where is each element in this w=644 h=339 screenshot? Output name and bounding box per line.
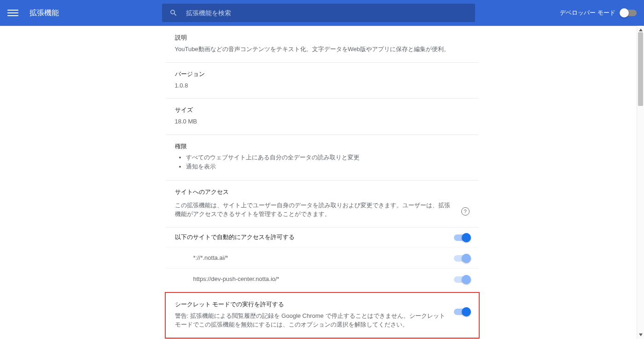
auto-allow-section: 以下のサイトで自動的にアクセスを許可する *://*.notta.ai/* ht… bbox=[166, 228, 479, 292]
app-header: 拡張機能 デベロッパー モード bbox=[0, 0, 644, 26]
search-container bbox=[162, 4, 475, 22]
scrollbar-thumb[interactable] bbox=[638, 32, 643, 106]
size-section: サイズ 18.0 MB bbox=[166, 99, 479, 135]
dev-mode-label: デベロッパー モード bbox=[560, 9, 615, 17]
site-access-label: サイトへのアクセス bbox=[175, 188, 470, 196]
site-toggle[interactable] bbox=[454, 255, 470, 262]
incognito-highlight: シークレット モードでの実行を許可する 警告: 拡張機能による閲覧履歴の記録を … bbox=[165, 292, 480, 339]
page-title: 拡張機能 bbox=[29, 8, 59, 18]
incognito-body: 警告: 拡張機能による閲覧履歴の記録を Google Chrome で停止するこ… bbox=[175, 311, 447, 329]
site-pattern: https://dev-push-center.notta.io/* bbox=[193, 275, 279, 282]
permissions-section: 権限 すべてのウェブサイト上にある自分の全データの読み取りと変更 通知を表示 bbox=[166, 135, 479, 181]
scroll-up-icon[interactable] bbox=[639, 28, 643, 31]
search-box[interactable] bbox=[162, 4, 475, 22]
search-icon bbox=[169, 9, 178, 17]
permission-item: すべてのウェブサイト上にある自分の全データの読み取りと変更 bbox=[186, 153, 470, 162]
site-toggle[interactable] bbox=[454, 276, 470, 283]
site-access-section: サイトへのアクセス この拡張機能は、サイト上でユーザー自身のデータを読み取りおよ… bbox=[166, 181, 479, 228]
auto-allow-label: 以下のサイトで自動的にアクセスを許可する bbox=[175, 233, 295, 241]
site-row: https://dev-push-center.notta.io/* bbox=[166, 268, 479, 292]
description-section: 説明 YouTube動画などの音声コンテンツをテキスト化。文字データをWeb版や… bbox=[166, 26, 479, 63]
incognito-section: シークレット モードでの実行を許可する 警告: 拡張機能による閲覧履歴の記録を … bbox=[166, 293, 479, 338]
main-content: 説明 YouTube動画などの音声コンテンツをテキスト化。文字データをWeb版や… bbox=[0, 26, 644, 339]
size-value: 18.0 MB bbox=[175, 117, 470, 126]
auto-allow-row: 以下のサイトで自動的にアクセスを許可する bbox=[166, 228, 479, 247]
site-access-body: この拡張機能は、サイト上でユーザー自身のデータを読み取りおよび変更できます。ユー… bbox=[175, 201, 454, 219]
description-label: 説明 bbox=[175, 34, 470, 42]
incognito-label: シークレット モードでの実行を許可する bbox=[175, 300, 447, 309]
permission-item: 通知を表示 bbox=[186, 163, 470, 171]
description-body: YouTube動画などの音声コンテンツをテキスト化。文字データをWeb版やアプリ… bbox=[175, 45, 470, 54]
help-icon[interactable]: ? bbox=[461, 207, 470, 216]
version-section: バージョン 1.0.8 bbox=[166, 63, 479, 99]
scroll-down-icon[interactable] bbox=[639, 333, 643, 337]
hamburger-menu-icon[interactable] bbox=[7, 7, 18, 18]
extension-detail-card: 説明 YouTube動画などの音声コンテンツをテキスト化。文字データをWeb版や… bbox=[166, 26, 479, 339]
auto-allow-toggle[interactable] bbox=[454, 234, 470, 241]
permissions-list: すべてのウェブサイト上にある自分の全データの読み取りと変更 通知を表示 bbox=[175, 153, 470, 171]
search-input[interactable] bbox=[186, 9, 468, 17]
size-label: サイズ bbox=[175, 106, 470, 114]
incognito-toggle[interactable] bbox=[454, 309, 470, 315]
permissions-label: 権限 bbox=[175, 142, 470, 151]
dev-mode-toggle[interactable] bbox=[621, 10, 637, 16]
scrollbar[interactable] bbox=[637, 26, 644, 339]
site-pattern: *://*.notta.ai/* bbox=[193, 254, 228, 261]
header-right: デベロッパー モード bbox=[560, 9, 637, 17]
version-value: 1.0.8 bbox=[175, 81, 470, 90]
version-label: バージョン bbox=[175, 70, 470, 78]
site-row: *://*.notta.ai/* bbox=[166, 247, 479, 268]
